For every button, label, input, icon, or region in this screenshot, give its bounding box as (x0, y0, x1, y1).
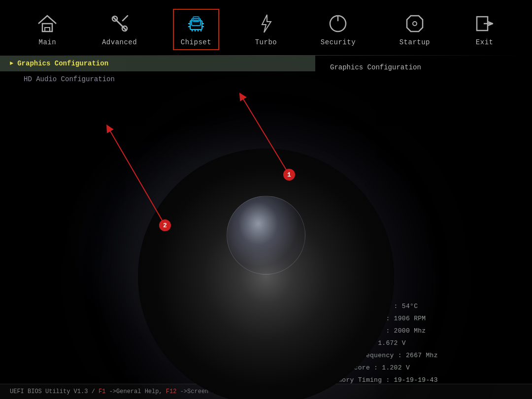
nav-label-advanced: Advanced (102, 38, 137, 46)
home-icon (36, 13, 58, 34)
tools-icon (109, 13, 131, 34)
startup-icon (404, 13, 426, 34)
nav-label-chipset: Chipset (181, 38, 211, 46)
marker-1: 1 (283, 169, 295, 181)
nav-label-exit: Exit (476, 38, 494, 46)
chipset-icon (185, 13, 207, 34)
svg-marker-20 (407, 16, 423, 31)
nav-item-turbo[interactable]: Turbo (247, 9, 285, 50)
nav-item-security[interactable]: Security (313, 9, 364, 50)
svg-point-21 (413, 22, 417, 26)
nav-item-advanced[interactable]: Advanced (94, 9, 145, 50)
background-visual (0, 0, 532, 399)
bios-container: Main Advanced (0, 0, 532, 399)
nav-label-security: Security (321, 38, 356, 46)
exit-icon (474, 13, 496, 34)
svg-marker-17 (262, 15, 271, 32)
nav-label-main: Main (39, 38, 57, 46)
svg-line-4 (123, 16, 128, 21)
nav-item-main[interactable]: Main (29, 9, 66, 50)
nav-label-startup: Startup (399, 38, 430, 46)
security-icon (327, 13, 349, 34)
marker-2: 2 (159, 219, 171, 231)
svg-rect-8 (193, 17, 199, 22)
nav-item-chipset[interactable]: Chipset (173, 9, 219, 50)
turbo-icon (255, 13, 277, 34)
nav-label-turbo: Turbo (255, 38, 277, 46)
sphere-inner (227, 196, 305, 275)
nav-item-exit[interactable]: Exit (466, 9, 503, 50)
nav-item-startup[interactable]: Startup (392, 9, 438, 50)
